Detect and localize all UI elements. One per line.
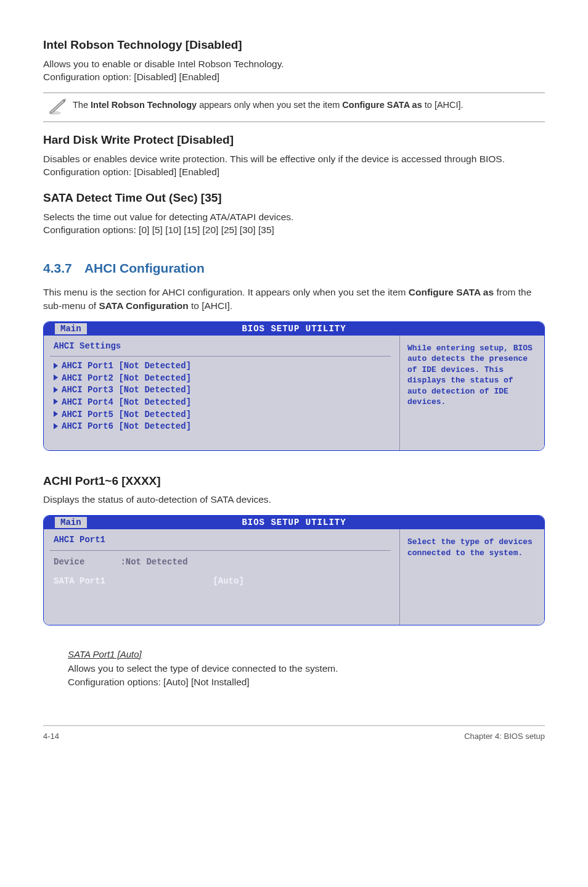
bios1-left-title: AHCI Settings [54,340,394,353]
note-icon [43,97,73,116]
bios1-item-label: AHCI Port1 [Not Detected] [62,361,191,371]
note-robson: The Intel Robson Technology appears only… [43,93,545,122]
ahci-b2: SATA Configuration [99,300,188,311]
footer-chapter: Chapter 4: BIOS setup [464,731,545,742]
triangle-icon [54,423,58,429]
bios1-item-label: AHCI Port5 [Not Detected] [62,410,191,419]
ahci-post: to [AHCI]. [189,300,233,311]
bios1-item[interactable]: AHCI Port5 [Not Detected] [54,409,394,421]
body-hdwp: Disables or enables device write protect… [43,152,545,179]
footer-page-number: 4-14 [43,731,59,742]
bios2-device-value: :Not Detected [120,557,187,567]
bios-panel-ahci-settings: BIOS SETUP UTILITY Main AHCI Settings AH… [43,321,545,451]
ahci-pre: This menu is the section for AHCI config… [43,287,409,297]
note-text: The Intel Robson Technology appears only… [73,97,463,111]
triangle-icon [54,398,58,405]
bios1-item-label: AHCI Port6 [Not Detected] [62,421,191,431]
heading-robson: Intel Robson Technology [Disabled] [43,37,545,54]
note-b2: Configure SATA as [342,100,422,110]
triangle-icon [54,363,58,369]
note-pre: The [73,100,91,110]
heading-achi-port: ACHI Port1~6 [XXXX] [43,473,545,490]
bios1-item[interactable]: AHCI Port4 [Not Detected] [54,397,394,409]
bios2-title: BIOS SETUP UTILITY [44,516,544,529]
bios1-item-label: AHCI Port3 [Not Detected] [62,385,191,395]
body-robson: Allows you to enable or disable Intel Ro… [43,57,545,84]
body-sataport1: Allows you to select the type of device … [68,662,545,688]
body-sdto: Selects the time out value for detecting… [43,210,545,237]
bios2-field-label[interactable]: SATA Port1 [54,574,208,589]
note-mid: appears only when you set the item [197,100,342,110]
bios1-item[interactable]: AHCI Port3 [Not Detected] [54,384,394,397]
bios1-item-label: AHCI Port4 [Not Detected] [62,397,191,407]
body-achi-port: Displays the status of auto-detection of… [43,493,545,506]
triangle-icon [54,374,58,381]
bios2-left-title: AHCI Port1 [54,534,394,547]
bios2-device-label: Device [54,555,115,570]
bios1-item-label: AHCI Port2 [Not Detected] [62,373,191,383]
heading-sataport1: SATA Port1 [Auto] [68,648,545,661]
bios2-help: Select the type of devices connected to … [399,529,544,625]
bios1-item[interactable]: AHCI Port1 [Not Detected] [54,360,394,373]
bios1-item[interactable]: AHCI Port6 [Not Detected] [54,421,394,433]
body-ahci-intro: This menu is the section for AHCI config… [43,286,545,312]
bios1-help: While entering setup, BIOS auto detects … [399,336,544,450]
bios-panel-ahci-port1: BIOS SETUP UTILITY Main AHCI Port1 Devic… [43,515,545,625]
bios1-title: BIOS SETUP UTILITY [44,322,544,336]
triangle-icon [54,411,58,417]
heading-ahci-config: 4.3.7 AHCI Configuration [43,259,545,277]
ahci-b1: Configure SATA as [409,287,494,297]
note-b1: Intel Robson Technology [91,100,197,110]
bios1-item[interactable]: AHCI Port2 [Not Detected] [54,373,394,385]
page-footer: 4-14 Chapter 4: BIOS setup [43,725,545,742]
bios2-tab-main[interactable]: Main [55,517,87,528]
bios1-tab-main[interactable]: Main [55,323,87,334]
bios2-field-value[interactable]: [Auto] [213,576,243,586]
triangle-icon [54,387,58,393]
heading-hdwp: Hard Disk Write Protect [Disabled] [43,132,545,149]
note-post: to [AHCI]. [422,100,463,110]
heading-sdto: SATA Detect Time Out (Sec) [35] [43,190,545,207]
